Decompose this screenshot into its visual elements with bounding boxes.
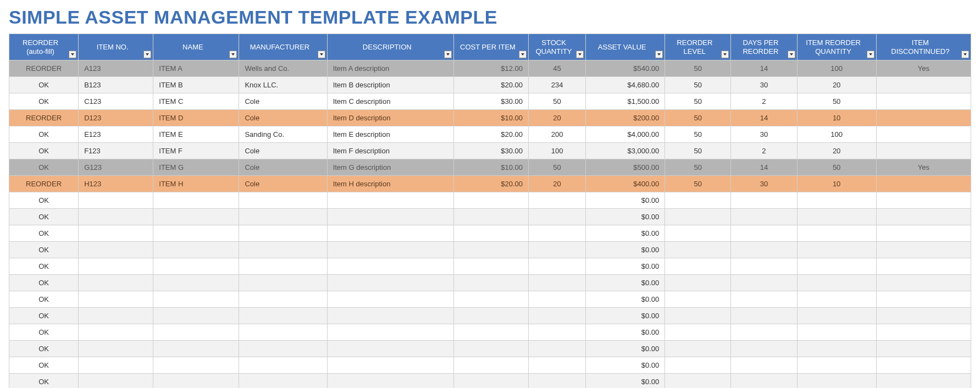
cell-item-no[interactable]: E123 [79, 126, 153, 143]
cell-days-per-reorder[interactable]: 30 [731, 176, 797, 192]
cell-asset-value[interactable]: $1,500.00 [586, 93, 665, 110]
cell-manufacturer[interactable] [239, 192, 327, 209]
cell-asset-value[interactable]: $0.00 [586, 258, 665, 275]
cell-manufacturer[interactable] [239, 275, 327, 291]
cell-reorder-qty[interactable]: 50 [797, 93, 876, 110]
cell-status[interactable]: OK [9, 291, 79, 308]
cell-status[interactable]: OK [9, 275, 79, 291]
cell-days-per-reorder[interactable]: 14 [731, 159, 797, 176]
cell-asset-value[interactable]: $540.00 [586, 60, 665, 77]
cell-manufacturer[interactable] [239, 291, 327, 308]
cell-name[interactable]: ITEM E [153, 126, 239, 143]
cell-cost[interactable] [453, 357, 528, 374]
cell-cost[interactable] [453, 291, 528, 308]
cell-days-per-reorder[interactable] [731, 258, 797, 275]
cell-stock-qty[interactable] [529, 225, 586, 242]
cell-cost[interactable] [453, 374, 528, 389]
cell-cost[interactable]: $12.00 [453, 60, 528, 77]
table-row[interactable]: OK$0.00 [9, 357, 971, 374]
table-row[interactable]: REORDERA123ITEM AWells and Co.Item A des… [9, 60, 971, 77]
cell-name[interactable] [153, 258, 239, 275]
cell-item-no[interactable] [79, 308, 153, 324]
cell-asset-value[interactable]: $0.00 [586, 275, 665, 291]
cell-days-per-reorder[interactable] [731, 324, 797, 341]
column-header[interactable]: DAYS PER REORDER [731, 34, 797, 60]
column-header[interactable]: STOCK QUANTITY [529, 34, 586, 60]
cell-days-per-reorder[interactable] [731, 225, 797, 242]
column-header[interactable]: DESCRIPTION [327, 34, 453, 60]
filter-dropdown-icon[interactable] [229, 51, 237, 58]
cell-item-no[interactable] [79, 341, 153, 357]
cell-stock-qty[interactable]: 45 [529, 60, 586, 77]
table-row[interactable]: OK$0.00 [9, 242, 971, 258]
cell-discontinued[interactable] [876, 242, 971, 258]
cell-reorder-level[interactable] [665, 341, 731, 357]
cell-asset-value[interactable]: $500.00 [586, 159, 665, 176]
cell-description[interactable] [327, 341, 453, 357]
column-header[interactable]: ITEM NO. [79, 34, 153, 60]
cell-asset-value[interactable]: $4,680.00 [586, 77, 665, 93]
cell-name[interactable]: ITEM F [153, 143, 239, 159]
table-row[interactable]: OK$0.00 [9, 209, 971, 225]
cell-reorder-qty[interactable] [797, 192, 876, 209]
cell-status[interactable]: OK [9, 209, 79, 225]
cell-description[interactable]: Item F description [327, 143, 453, 159]
cell-discontinued[interactable] [876, 374, 971, 389]
cell-asset-value[interactable]: $0.00 [586, 291, 665, 308]
cell-name[interactable] [153, 275, 239, 291]
cell-days-per-reorder[interactable] [731, 374, 797, 389]
cell-stock-qty[interactable] [529, 242, 586, 258]
cell-item-no[interactable] [79, 291, 153, 308]
cell-cost[interactable]: $20.00 [453, 176, 528, 192]
cell-name[interactable] [153, 192, 239, 209]
cell-reorder-level[interactable]: 50 [665, 77, 731, 93]
cell-reorder-level[interactable]: 50 [665, 60, 731, 77]
table-row[interactable]: OKF123ITEM FColeItem F description$30.00… [9, 143, 971, 159]
cell-reorder-qty[interactable] [797, 308, 876, 324]
cell-stock-qty[interactable]: 20 [529, 110, 586, 126]
cell-status[interactable]: OK [9, 258, 79, 275]
cell-cost[interactable] [453, 209, 528, 225]
cell-description[interactable] [327, 275, 453, 291]
cell-asset-value[interactable]: $0.00 [586, 242, 665, 258]
column-header[interactable]: COST PER ITEM [453, 34, 528, 60]
cell-description[interactable]: Item C description [327, 93, 453, 110]
filter-dropdown-icon[interactable] [961, 51, 969, 58]
cell-reorder-qty[interactable] [797, 225, 876, 242]
cell-description[interactable] [327, 192, 453, 209]
filter-dropdown-icon[interactable] [143, 51, 151, 58]
cell-status[interactable]: OK [9, 77, 79, 93]
cell-discontinued[interactable] [876, 357, 971, 374]
cell-stock-qty[interactable]: 50 [529, 93, 586, 110]
table-row[interactable]: OK$0.00 [9, 374, 971, 389]
cell-cost[interactable]: $10.00 [453, 110, 528, 126]
cell-status[interactable]: REORDER [9, 176, 79, 192]
cell-reorder-qty[interactable]: 20 [797, 77, 876, 93]
cell-cost[interactable]: $10.00 [453, 159, 528, 176]
column-header[interactable]: ITEM DISCONTINUED? [876, 34, 971, 60]
cell-name[interactable]: ITEM B [153, 77, 239, 93]
cell-item-no[interactable] [79, 209, 153, 225]
cell-reorder-qty[interactable]: 50 [797, 159, 876, 176]
cell-days-per-reorder[interactable] [731, 192, 797, 209]
cell-reorder-qty[interactable]: 10 [797, 176, 876, 192]
cell-name[interactable] [153, 209, 239, 225]
cell-manufacturer[interactable] [239, 225, 327, 242]
cell-reorder-level[interactable] [665, 308, 731, 324]
table-row[interactable]: OK$0.00 [9, 192, 971, 209]
cell-asset-value[interactable]: $4,000.00 [586, 126, 665, 143]
cell-manufacturer[interactable] [239, 341, 327, 357]
cell-description[interactable] [327, 242, 453, 258]
cell-reorder-level[interactable]: 50 [665, 143, 731, 159]
cell-asset-value[interactable]: $3,000.00 [586, 143, 665, 159]
column-header[interactable]: ASSET VALUE [586, 34, 665, 60]
cell-reorder-level[interactable] [665, 258, 731, 275]
cell-description[interactable] [327, 258, 453, 275]
cell-reorder-level[interactable] [665, 209, 731, 225]
cell-manufacturer[interactable]: Knox LLC. [239, 77, 327, 93]
filter-dropdown-icon[interactable] [318, 51, 325, 58]
cell-status[interactable]: OK [9, 308, 79, 324]
cell-description[interactable]: Item A description [327, 60, 453, 77]
cell-status[interactable]: OK [9, 341, 79, 357]
cell-discontinued[interactable] [876, 291, 971, 308]
